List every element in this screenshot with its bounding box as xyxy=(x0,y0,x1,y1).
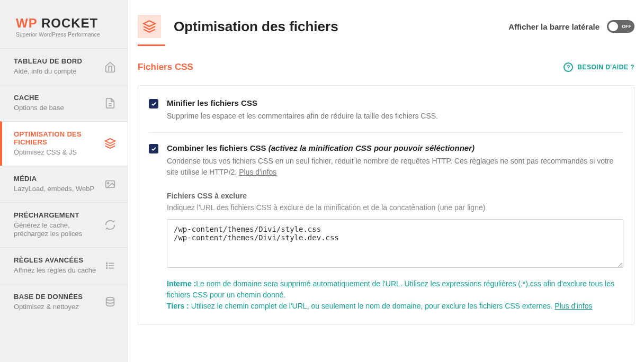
svg-point-6 xyxy=(106,268,108,269)
section-title: Fichiers CSS xyxy=(138,62,193,73)
logo-tagline: Superior WordPress Performance xyxy=(16,32,117,38)
tiers-more-info-link[interactable]: Plus d'infos xyxy=(554,302,592,310)
settings-panel: Minifier les fichiers CSS Supprime les e… xyxy=(138,85,634,325)
nav-dashboard[interactable]: TABLEAU DE BORDAide, info du compte xyxy=(0,48,128,85)
main: Optimisation des fichiers Afficher la ba… xyxy=(128,0,644,362)
file-icon xyxy=(104,97,116,109)
page-title: Optimisation des fichiers xyxy=(174,19,496,35)
image-icon xyxy=(104,178,116,190)
svg-point-4 xyxy=(106,265,108,266)
section-header: Fichiers CSS ? BESOIN D'AIDE ? xyxy=(138,62,634,73)
nav-database[interactable]: BASE DE DONNÉESOptimisez & nettoyez xyxy=(0,284,128,320)
exclude-notes: Interne :Le nom de domaine sera supprimé… xyxy=(167,278,623,312)
nav-advanced-rules[interactable]: RÈGLES AVANCÉESAffinez les règles du cac… xyxy=(0,247,128,284)
layers-icon xyxy=(104,138,116,149)
nav-media[interactable]: MÉDIALazyLoad, embeds, WebP xyxy=(0,166,128,202)
minify-css-checkbox[interactable] xyxy=(149,99,158,108)
toggle-off-label: OFF xyxy=(622,24,631,29)
sidebar-toggle[interactable]: OFF xyxy=(607,20,634,33)
sidebar-toggle-label: Afficher la barre latérale xyxy=(508,22,600,31)
header-layers-icon xyxy=(138,15,161,38)
nav-cache[interactable]: CACHEOptions de base xyxy=(0,85,128,121)
logo: WP ROCKET Superior WordPress Performance xyxy=(0,0,128,48)
help-icon: ? xyxy=(564,62,573,72)
exclude-block: Fichiers CSS à exclure Indiquez l'URL de… xyxy=(167,192,623,312)
database-icon xyxy=(104,296,116,308)
page-header: Optimisation des fichiers Afficher la ba… xyxy=(128,0,644,44)
toggle-knob xyxy=(609,22,618,31)
exclude-subtitle: Indiquez l'URL des fichiers CSS à exclur… xyxy=(167,203,623,212)
svg-point-2 xyxy=(106,263,108,264)
minify-css-desc: Supprime les espace et les commentaires … xyxy=(167,111,623,122)
header-actions: Afficher la barre latérale OFF xyxy=(508,20,634,33)
nav-file-optimization[interactable]: OPTIMISATION DES FICHIERSOptimisez CSS &… xyxy=(0,121,128,166)
app-root: WP ROCKET Superior WordPress Performance… xyxy=(0,0,644,362)
combine-css-desc: Condense tous vos fichiers CSS en un seu… xyxy=(167,156,623,178)
option-minify-css: Minifier les fichiers CSS Supprime les e… xyxy=(149,98,623,133)
nav-preload[interactable]: PRÉCHARGEMENTGénérez le cache, précharge… xyxy=(0,202,128,248)
logo-text: WP ROCKET xyxy=(16,16,117,31)
exclude-title: Fichiers CSS à exclure xyxy=(167,192,623,200)
refresh-icon xyxy=(104,219,116,231)
sidebar: WP ROCKET Superior WordPress Performance… xyxy=(0,0,128,362)
help-link[interactable]: ? BESOIN D'AIDE ? xyxy=(564,62,634,72)
exclude-css-textarea[interactable] xyxy=(167,219,623,268)
more-info-link[interactable]: Plus d'infos xyxy=(239,168,276,176)
nav: TABLEAU DE BORDAide, info du compte CACH… xyxy=(0,48,128,362)
content: Fichiers CSS ? BESOIN D'AIDE ? Minifier … xyxy=(128,46,644,362)
home-icon xyxy=(104,61,116,73)
help-label: BESOIN D'AIDE ? xyxy=(577,64,634,71)
option-combine-css: Combiner les fichiers CSS (activez la mi… xyxy=(149,143,623,312)
minify-css-title: Minifier les fichiers CSS xyxy=(167,98,623,107)
combine-css-checkbox[interactable] xyxy=(149,144,158,153)
settings-icon xyxy=(104,260,116,272)
svg-point-1 xyxy=(108,182,109,184)
combine-css-title: Combiner les fichiers CSS (activez la mi… xyxy=(167,143,623,152)
svg-point-8 xyxy=(106,297,114,301)
